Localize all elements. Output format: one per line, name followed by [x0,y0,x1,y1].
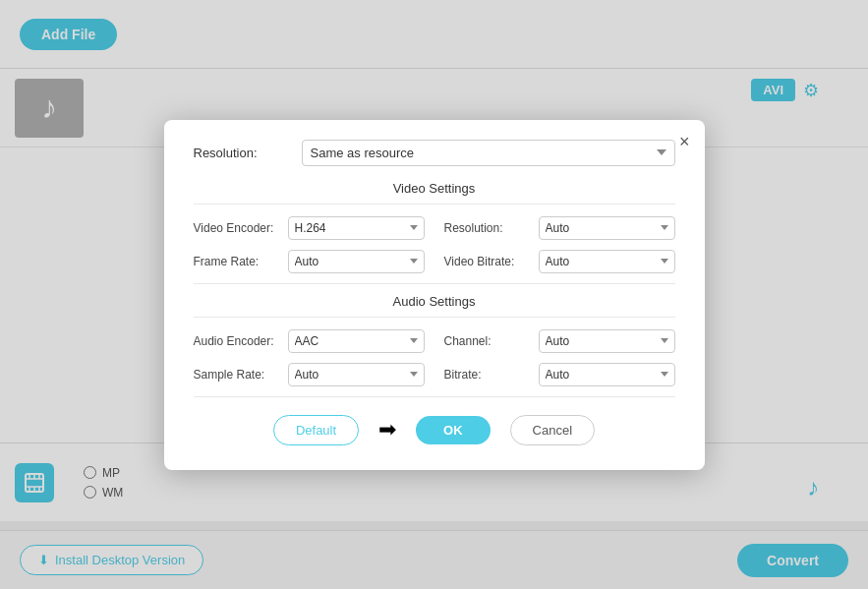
bitrate-label: Bitrate: [444,368,533,382]
audio-settings-grid: Audio Encoder: AAC MP3 AC3 Channel: Auto… [194,329,675,386]
frame-rate-item: Frame Rate: Auto 24 30 60 [194,250,425,273]
channel-item: Channel: Auto Mono Stereo [444,329,675,353]
resolution-row: Resolution: Same as resource 1920x1080 1… [194,140,675,166]
sample-rate-select[interactable]: Auto 44100 48000 [288,363,425,386]
audio-encoder-select[interactable]: AAC MP3 AC3 [288,329,425,353]
channel-label: Channel: [444,334,533,348]
video-bitrate-item: Video Bitrate: Auto 1000k 2000k [444,250,675,273]
sample-rate-label: Sample Rate: [194,368,282,382]
resolution-select[interactable]: Same as resource 1920x1080 1280x720 854x… [302,140,675,166]
default-button[interactable]: Default [273,415,359,445]
divider-2 [194,396,675,397]
video-bitrate-label: Video Bitrate: [444,255,533,268]
video-encoder-select[interactable]: H.264 H.265 MPEG-4 [288,216,425,240]
video-bitrate-select[interactable]: Auto 1000k 2000k [539,250,675,273]
video-settings-grid: Video Encoder: H.264 H.265 MPEG-4 Resolu… [194,216,675,273]
resolution2-label: Resolution: [444,221,533,235]
frame-rate-label: Frame Rate: [194,255,282,268]
audio-encoder-label: Audio Encoder: [194,334,282,348]
frame-rate-select[interactable]: Auto 24 30 60 [288,250,425,273]
video-encoder-label: Video Encoder: [194,221,282,235]
bitrate-select[interactable]: Auto 128k 192k 256k [539,363,675,386]
resolution-label: Resolution: [194,146,302,160]
resolution2-select[interactable]: Auto 1920x1080 1280x720 [539,216,675,240]
arrow-icon: ➡ [378,417,396,442]
video-encoder-item: Video Encoder: H.264 H.265 MPEG-4 [194,216,425,240]
bitrate-item: Bitrate: Auto 128k 192k 256k [444,363,675,386]
cancel-button[interactable]: Cancel [510,415,595,445]
settings-dialog: × Resolution: Same as resource 1920x1080… [164,120,705,470]
overlay: × Resolution: Same as resource 1920x1080… [0,0,868,589]
dialog-close-button[interactable]: × [679,132,690,152]
ok-button[interactable]: OK [416,416,491,444]
audio-encoder-item: Audio Encoder: AAC MP3 AC3 [194,329,425,353]
video-settings-title: Video Settings [194,181,675,205]
resolution2-item: Resolution: Auto 1920x1080 1280x720 [444,216,675,240]
audio-settings-title: Audio Settings [194,294,675,318]
channel-select[interactable]: Auto Mono Stereo [539,329,675,353]
dialog-actions: Default ➡ OK Cancel [194,415,675,445]
sample-rate-item: Sample Rate: Auto 44100 48000 [194,363,425,386]
divider-1 [194,283,675,284]
